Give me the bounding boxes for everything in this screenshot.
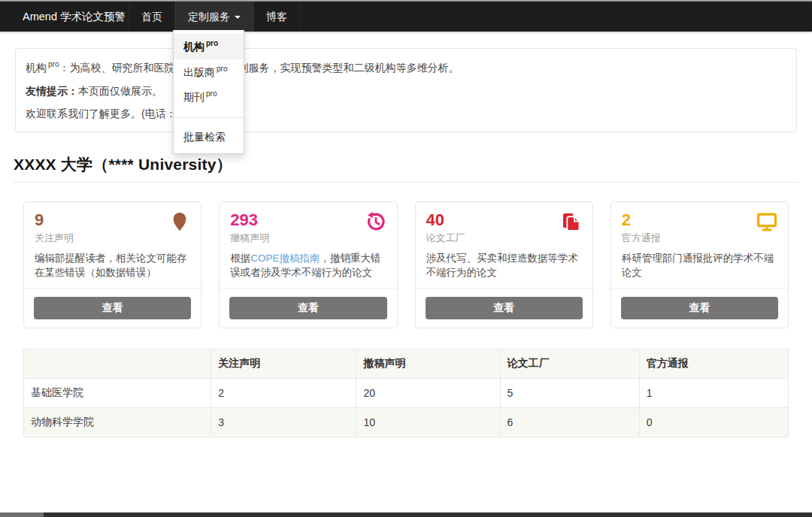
tip-text: 本页面仅做展示。 [78,85,162,97]
card-body: 9 关注声明 编辑部提醒读者，相关论文可能存在某些错误（如数据错误） [24,202,201,287]
cell-value: 5 [500,378,639,407]
dropdown-divider [174,117,244,118]
cope-guideline-link[interactable]: COPE撤稿指南 [250,252,320,264]
chevron-down-icon [235,16,241,19]
dropdown-item-label: 批量检索 [183,131,226,143]
concern-count: 9 [35,211,190,229]
dropdown-item-batch-search[interactable]: 批量检索 [174,125,244,150]
header-papermill: 论文工厂 [500,349,639,378]
pro-badge: pro [48,60,59,68]
concern-card: 9 关注声明 编辑部提醒读者，相关论文可能存在某些错误（如数据错误） 查看 [23,201,201,328]
header-empty [24,349,211,378]
footer-bar-left-segment [0,512,44,517]
page-title: XXXX 大学（**** University） [14,154,798,175]
retraction-label: 撤稿声明 [230,231,386,245]
table-row: 基础医学院 2 20 5 1 [24,378,789,407]
desc-text: 科研管理部门通报批评的学术不端论文 [622,252,774,279]
cell-value: 1 [639,378,788,407]
official-desc: 科研管理部门通报批评的学术不端论文 [622,251,777,280]
pro-badge: pro [206,39,218,47]
history-icon [365,210,387,233]
navbar: Amend 学术论文预警 首页 定制服务 博客 [0,2,812,32]
official-count: 2 [622,211,777,229]
card-body: 40 论文工厂 涉及代写、买卖和捏造数据等学术不端行为的论文 [416,202,592,287]
official-card: 2 官方通报 科研管理部门通报批评的学术不端论文 查看 [611,201,789,328]
papermill-count: 40 [426,211,582,229]
card-footer: 查看 [220,288,396,328]
summary-table: 关注声明 撤稿声明 论文工厂 官方通报 基础医学院 2 20 5 1 动物科学学… [23,349,789,437]
view-papermill-button[interactable]: 查看 [426,297,583,319]
retraction-count: 293 [230,211,386,229]
dropdown-item-institution-pro[interactable]: 机构pro [174,34,244,59]
view-retraction-button[interactable]: 查看 [229,297,386,319]
header-retraction: 撤稿声明 [356,349,500,378]
nav-item-blog[interactable]: 博客 [253,2,300,32]
dropdown-item-label: 机构 [183,41,205,53]
cell-value: 2 [211,378,356,407]
brand-logo[interactable]: Amend 学术论文预警 [23,2,126,32]
view-official-button[interactable]: 查看 [621,297,778,319]
notice-line-contact: 欢迎联系我们了解更多。(电话：010-8800) [26,107,786,121]
header-concern: 关注声明 [211,349,356,378]
notice-line-tip: 友情提示：本页面仅做展示。 [26,84,786,98]
service-term: 机构 [26,62,47,74]
copy-icon [560,210,583,233]
tip-label: 友情提示： [26,85,78,97]
retraction-card: 293 撤稿声明 根据COPE撤稿指南，撤销重大错误或者涉及学术不端行为的论文 … [219,201,397,328]
dropdown-item-publisher-pro[interactable]: 出版商pro [174,59,244,85]
desc-text: 编辑部提醒读者，相关论文可能存在某些错误（如数据错误） [35,252,187,279]
table-row: 动物科学学院 3 10 6 0 [24,407,789,437]
card-footer: 查看 [416,288,592,328]
nav-item-home[interactable]: 首页 [129,2,175,32]
header-official: 官方通报 [639,349,788,378]
official-label: 官方通报 [622,231,777,245]
cell-value: 6 [500,407,639,437]
dropdown-item-label: 期刊 [183,91,205,103]
pro-badge: pro [206,89,217,98]
cell-value: 0 [639,407,788,437]
row-name: 基础医学院 [24,378,211,407]
dropdown-item-label: 出版商 [183,65,215,77]
service-description: ：为高校、研究所和医院等机构提供定制服务，实现预警类型和二级机构等多维分析。 [59,62,459,74]
card-body: 293 撤稿声明 根据COPE撤稿指南，撤销重大错误或者涉及学术不端行为的论文 [220,202,396,287]
card-footer: 查看 [611,288,788,328]
map-marker-icon [168,210,191,233]
papermill-card: 40 论文工厂 涉及代写、买卖和捏造数据等学术不端行为的论文 查看 [415,201,593,328]
notice-box: 机构pro：为高校、研究所和医院等机构提供定制服务，实现预警类型和二级机构等多维… [15,48,797,132]
pro-badge: pro [217,65,227,73]
desktop-monitor-icon [756,210,778,233]
stat-cards: 9 关注声明 编辑部提醒读者，相关论文可能存在某些错误（如数据错误） 查看 29… [23,201,789,328]
cell-value: 20 [356,378,500,407]
view-concern-button[interactable]: 查看 [34,297,191,319]
concern-label: 关注声明 [35,231,190,245]
table-header-row: 关注声明 撤稿声明 论文工厂 官方通报 [24,349,789,378]
notice-line-service: 机构pro：为高校、研究所和医院等机构提供定制服务，实现预警类型和二级机构等多维… [26,59,786,75]
cell-value: 3 [211,407,356,437]
custom-services-dropdown: 机构pro 出版商pro 期刊pro 批量检索 [173,30,244,154]
retraction-desc: 根据COPE撤稿指南，撤销重大错误或者涉及学术不端行为的论文 [230,251,386,280]
concern-desc: 编辑部提醒读者，相关论文可能存在某些错误（如数据错误） [35,251,190,280]
card-body: 2 官方通报 科研管理部门通报批评的学术不端论文 [611,202,788,287]
dropdown-item-journal-pro[interactable]: 期刊pro [174,84,244,110]
row-name: 动物科学学院 [24,407,211,437]
nav-item-custom-services-label: 定制服务 [188,11,230,23]
desc-text: 涉及代写、买卖和捏造数据等学术不端行为的论文 [426,252,579,279]
footer-bar [0,512,812,517]
section-divider [14,182,798,183]
papermill-desc: 涉及代写、买卖和捏造数据等学术不端行为的论文 [426,251,582,280]
papermill-label: 论文工厂 [426,231,582,245]
card-footer: 查看 [24,288,201,328]
cell-value: 10 [356,407,500,437]
desc-text: 根据 [230,252,250,264]
nav-item-custom-services[interactable]: 定制服务 [175,2,253,32]
